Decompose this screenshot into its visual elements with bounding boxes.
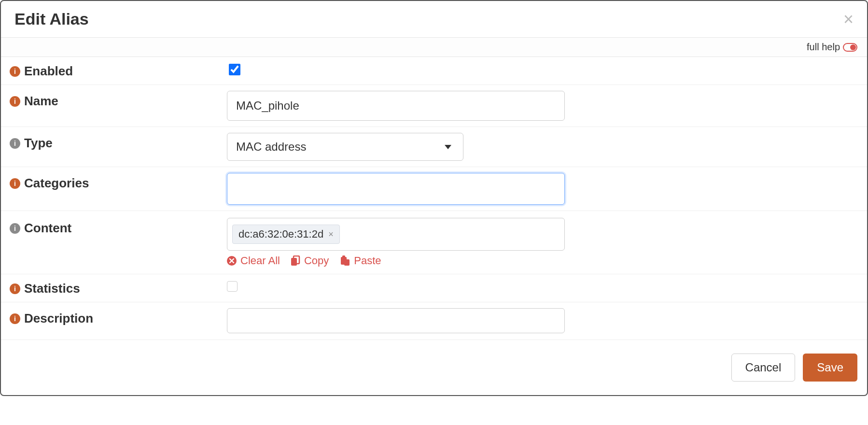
label-type: Type [24, 136, 53, 151]
value-cell-name [227, 91, 858, 121]
copy-label: Copy [304, 255, 329, 267]
close-icon[interactable]: × [843, 11, 854, 28]
value-cell-enabled [227, 61, 858, 77]
modal-header: Edit Alias × [1, 1, 867, 37]
edit-alias-modal: Edit Alias × full help i Enabled i Name … [0, 0, 868, 396]
value-cell-description [227, 308, 858, 333]
content-input[interactable]: dc:a6:32:0e:31:2d × [227, 218, 565, 251]
info-icon[interactable]: i [10, 283, 20, 294]
tag-remove-icon[interactable]: × [328, 229, 334, 240]
clear-icon [227, 256, 237, 266]
copy-icon [291, 255, 300, 266]
enabled-checkbox[interactable] [229, 64, 240, 75]
statistics-checkbox[interactable] [227, 281, 238, 292]
label-cell-type: i Type [10, 133, 227, 151]
content-actions: Clear All Copy Paste [227, 255, 858, 267]
paste-button[interactable]: Paste [339, 255, 381, 267]
row-name: i Name [1, 85, 867, 127]
label-statistics: Statistics [24, 281, 80, 296]
value-cell-categories [227, 173, 858, 205]
cancel-button[interactable]: Cancel [731, 354, 796, 382]
save-button[interactable]: Save [803, 354, 857, 382]
clear-all-label: Clear All [240, 255, 280, 267]
label-description: Description [24, 311, 93, 326]
row-content: i Content dc:a6:32:0e:31:2d × Clear All [1, 211, 867, 274]
label-cell-enabled: i Enabled [10, 61, 227, 79]
label-content: Content [24, 221, 71, 236]
paste-label: Paste [354, 255, 381, 267]
description-input[interactable] [227, 308, 565, 333]
info-icon[interactable]: i [10, 223, 20, 234]
svg-rect-5 [344, 259, 350, 266]
info-icon[interactable]: i [10, 313, 20, 324]
help-bar: full help [1, 37, 867, 57]
row-categories: i Categories [1, 167, 867, 211]
content-tag: dc:a6:32:0e:31:2d × [232, 225, 340, 244]
chevron-down-icon [445, 145, 451, 149]
value-cell-type: MAC address [227, 133, 858, 161]
info-icon[interactable]: i [10, 96, 20, 107]
content-tag-value: dc:a6:32:0e:31:2d [238, 228, 323, 241]
label-categories: Categories [24, 176, 89, 191]
svg-rect-4 [342, 255, 345, 258]
row-statistics: i Statistics [1, 274, 867, 302]
label-name: Name [24, 94, 58, 109]
label-cell-description: i Description [10, 308, 227, 326]
info-icon[interactable]: i [10, 178, 20, 189]
clear-all-button[interactable]: Clear All [227, 255, 280, 267]
type-select[interactable]: MAC address [227, 133, 463, 161]
value-cell-statistics [227, 278, 858, 294]
modal-footer: Cancel Save [1, 340, 867, 395]
label-cell-name: i Name [10, 91, 227, 109]
paste-icon [339, 255, 350, 266]
type-selected-value: MAC address [236, 140, 306, 154]
value-cell-content: dc:a6:32:0e:31:2d × Clear All Copy [227, 218, 858, 267]
full-help-label: full help [807, 42, 840, 53]
name-input[interactable] [227, 91, 565, 121]
label-cell-statistics: i Statistics [10, 278, 227, 296]
row-type: i Type MAC address [1, 127, 867, 167]
full-help-toggle[interactable] [843, 43, 857, 52]
label-enabled: Enabled [24, 64, 73, 79]
categories-input[interactable] [227, 173, 565, 205]
info-icon[interactable]: i [10, 66, 20, 77]
copy-button[interactable]: Copy [291, 255, 329, 267]
modal-title: Edit Alias [14, 10, 89, 28]
row-enabled: i Enabled [1, 57, 867, 85]
row-description: i Description [1, 302, 867, 340]
label-cell-content: i Content [10, 218, 227, 236]
info-icon[interactable]: i [10, 138, 20, 149]
label-cell-categories: i Categories [10, 173, 227, 191]
